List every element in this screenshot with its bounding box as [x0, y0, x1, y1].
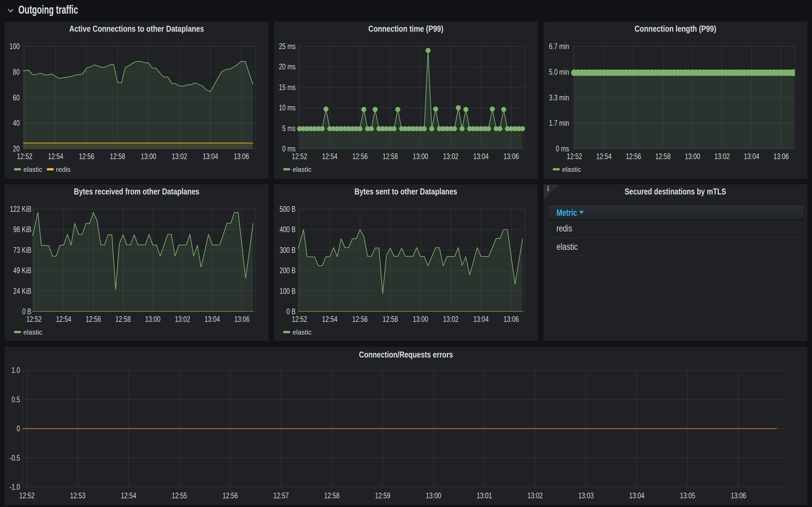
svg-text:1.7 min: 1.7 min	[549, 119, 569, 127]
svg-text:20 ms: 20 ms	[279, 62, 295, 71]
svg-text:13:06: 13:06	[773, 152, 789, 161]
svg-text:500 B: 500 B	[280, 205, 295, 214]
svg-text:redis: redis	[56, 166, 70, 173]
svg-text:13:00: 13:00	[413, 152, 428, 161]
svg-text:redis: redis	[556, 223, 572, 233]
svg-text:12:57: 12:57	[273, 491, 288, 500]
svg-text:12:58: 12:58	[383, 315, 398, 324]
svg-text:12:52: 12:52	[17, 152, 32, 161]
svg-text:Connection time (P99): Connection time (P99)	[368, 24, 443, 34]
svg-text:elastic: elastic	[292, 166, 312, 173]
svg-text:13:00: 13:00	[413, 315, 428, 324]
svg-text:13:02: 13:02	[172, 152, 187, 161]
svg-text:12:54: 12:54	[322, 315, 337, 324]
svg-text:Bytes received from other Data: Bytes received from other Dataplanes	[74, 186, 200, 196]
svg-text:13:00: 13:00	[141, 152, 156, 161]
svg-text:13:06: 13:06	[234, 315, 250, 324]
svg-text:13:00: 13:00	[685, 152, 700, 161]
svg-text:12:58: 12:58	[110, 152, 125, 161]
svg-text:13:05: 13:05	[680, 491, 695, 500]
svg-text:Outgoing traffic: Outgoing traffic	[18, 3, 78, 16]
svg-text:12:54: 12:54	[121, 491, 136, 500]
svg-text:12:58: 12:58	[655, 152, 670, 161]
svg-text:12:56: 12:56	[86, 315, 101, 324]
svg-text:13:02: 13:02	[175, 315, 190, 324]
svg-text:13:06: 13:06	[730, 491, 746, 500]
svg-text:12:58: 12:58	[383, 152, 398, 161]
svg-text:elastic: elastic	[23, 329, 42, 336]
svg-text:25 ms: 25 ms	[279, 42, 295, 51]
svg-text:12:52: 12:52	[567, 152, 582, 161]
svg-text:15 ms: 15 ms	[279, 83, 295, 92]
svg-text:13:02: 13:02	[443, 152, 458, 161]
svg-text:12:54: 12:54	[56, 315, 71, 324]
svg-text:12:56: 12:56	[352, 315, 368, 324]
svg-text:49 KiB: 49 KiB	[13, 266, 31, 275]
svg-text:13:04: 13:04	[205, 315, 220, 324]
svg-text:0: 0	[17, 424, 20, 433]
svg-text:13:06: 13:06	[503, 152, 519, 161]
svg-text:13:02: 13:02	[443, 315, 458, 324]
svg-text:13:02: 13:02	[714, 152, 729, 161]
svg-text:80: 80	[13, 68, 20, 76]
svg-text:13:02: 13:02	[528, 491, 543, 500]
svg-text:12:52: 12:52	[26, 315, 42, 324]
svg-text:elastic: elastic	[23, 166, 42, 173]
svg-text:122 KiB: 122 KiB	[10, 205, 32, 214]
svg-text:12:52: 12:52	[292, 315, 307, 324]
svg-text:12:54: 12:54	[48, 152, 63, 161]
svg-text:400 B: 400 B	[280, 225, 295, 234]
svg-text:10 ms: 10 ms	[279, 103, 295, 112]
svg-text:12:52: 12:52	[19, 491, 35, 500]
svg-text:13:04: 13:04	[629, 491, 645, 500]
svg-text:Bytes sent to other Dataplanes: Bytes sent to other Dataplanes	[355, 186, 457, 196]
svg-text:elastic: elastic	[556, 242, 578, 252]
svg-text:13:06: 13:06	[233, 152, 249, 161]
svg-text:100 B: 100 B	[280, 287, 295, 295]
svg-text:200 B: 200 B	[280, 266, 295, 275]
svg-text:Metric: Metric	[556, 208, 577, 218]
svg-text:i: i	[547, 184, 549, 193]
svg-text:12:56: 12:56	[79, 152, 94, 161]
svg-text:60: 60	[13, 94, 20, 102]
svg-text:-0.5: -0.5	[9, 454, 20, 462]
svg-text:5 ms: 5 ms	[282, 124, 295, 133]
svg-text:12:56: 12:56	[626, 152, 641, 161]
svg-text:13:00: 13:00	[145, 315, 160, 324]
svg-text:13:04: 13:04	[473, 315, 489, 324]
svg-text:Secured destinations by mTLS: Secured destinations by mTLS	[625, 186, 726, 196]
svg-text:98 KiB: 98 KiB	[13, 225, 31, 234]
svg-text:5.0 min: 5.0 min	[549, 68, 569, 76]
svg-text:12:54: 12:54	[322, 152, 337, 161]
svg-text:0.5: 0.5	[11, 395, 20, 404]
svg-text:13:04: 13:04	[203, 152, 218, 161]
svg-text:13:03: 13:03	[578, 491, 593, 500]
svg-text:12:54: 12:54	[596, 152, 611, 161]
svg-text:300 B: 300 B	[280, 246, 295, 255]
svg-text:73 KiB: 73 KiB	[13, 246, 31, 255]
svg-text:elastic: elastic	[292, 329, 312, 336]
svg-text:6.7 min: 6.7 min	[549, 42, 569, 51]
svg-text:12:52: 12:52	[292, 152, 307, 161]
svg-text:1.0: 1.0	[11, 366, 20, 375]
svg-text:12:59: 12:59	[375, 491, 390, 500]
svg-text:Connection length (P99): Connection length (P99)	[635, 24, 716, 34]
svg-text:13:04: 13:04	[744, 152, 759, 161]
svg-text:13:06: 13:06	[503, 315, 519, 324]
svg-text:12:58: 12:58	[324, 491, 340, 500]
svg-text:3.3 min: 3.3 min	[549, 94, 569, 102]
svg-text:12:53: 12:53	[70, 491, 86, 500]
svg-text:Active Connections to other Da: Active Connections to other Dataplanes	[69, 24, 204, 34]
svg-text:12:58: 12:58	[115, 315, 131, 324]
svg-text:elastic: elastic	[562, 166, 581, 173]
svg-text:13:01: 13:01	[477, 491, 492, 500]
svg-text:Connection/Requests errors: Connection/Requests errors	[359, 349, 453, 359]
svg-text:100: 100	[9, 42, 20, 51]
svg-text:24 KiB: 24 KiB	[13, 287, 31, 295]
svg-text:13:00: 13:00	[426, 491, 441, 500]
svg-text:-1.0: -1.0	[9, 483, 20, 491]
svg-text:12:56: 12:56	[352, 152, 368, 161]
svg-text:12:55: 12:55	[172, 491, 187, 500]
svg-text:13:04: 13:04	[473, 152, 489, 161]
svg-text:12:56: 12:56	[222, 491, 238, 500]
